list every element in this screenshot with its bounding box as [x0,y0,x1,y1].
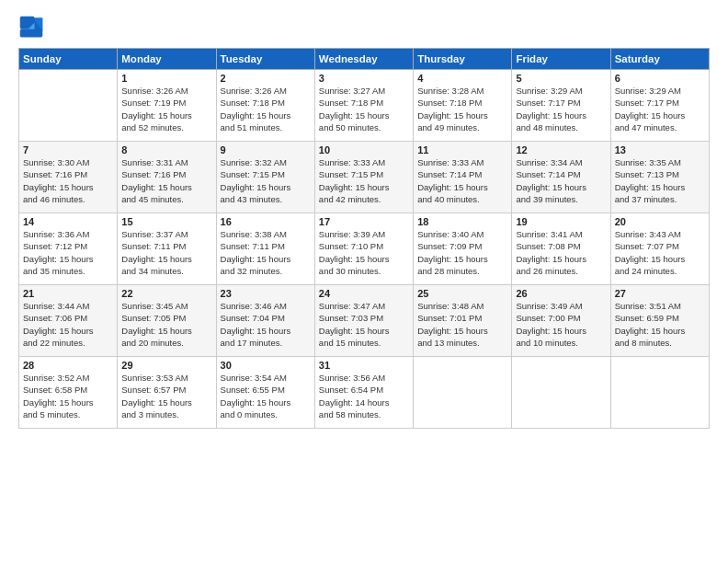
day-detail: Sunrise: 3:39 AM Sunset: 7:10 PM Dayligh… [319,228,409,277]
day-detail: Sunrise: 3:43 AM Sunset: 7:07 PM Dayligh… [615,228,705,277]
day-detail: Sunrise: 3:35 AM Sunset: 7:13 PM Dayligh… [615,156,705,205]
day-detail: Sunrise: 3:30 AM Sunset: 7:16 PM Dayligh… [23,156,113,205]
day-detail: Sunrise: 3:31 AM Sunset: 7:16 PM Dayligh… [121,156,211,205]
day-number: 25 [417,288,507,299]
day-detail: Sunrise: 3:29 AM Sunset: 7:17 PM Dayligh… [516,85,606,133]
day-detail: Sunrise: 3:47 AM Sunset: 7:03 PM Dayligh… [319,300,409,349]
day-detail: Sunrise: 3:33 AM Sunset: 7:15 PM Dayligh… [319,156,409,205]
day-cell: 12Sunrise: 3:34 AM Sunset: 7:14 PM Dayli… [512,142,610,213]
day-detail: Sunrise: 3:34 AM Sunset: 7:14 PM Dayligh… [516,156,606,205]
page: SundayMondayTuesdayWednesdayThursdayFrid… [0,0,728,563]
day-cell: 19Sunrise: 3:41 AM Sunset: 7:08 PM Dayli… [512,213,610,285]
day-number: 2 [221,73,311,84]
day-number: 15 [121,216,211,227]
day-cell: 10Sunrise: 3:33 AM Sunset: 7:15 PM Dayli… [314,142,413,213]
day-cell: 11Sunrise: 3:33 AM Sunset: 7:14 PM Dayli… [414,142,512,213]
day-cell: 25Sunrise: 3:48 AM Sunset: 7:01 PM Dayli… [414,285,512,357]
day-cell: 5Sunrise: 3:29 AM Sunset: 7:17 PM Daylig… [512,70,610,142]
day-number: 12 [516,144,606,155]
week-row-3: 14Sunrise: 3:36 AM Sunset: 7:12 PM Dayli… [19,213,710,285]
week-row-5: 28Sunrise: 3:52 AM Sunset: 6:58 PM Dayli… [19,357,710,429]
day-detail: Sunrise: 3:40 AM Sunset: 7:09 PM Dayligh… [417,228,507,277]
day-number: 29 [121,360,211,371]
day-cell: 3Sunrise: 3:27 AM Sunset: 7:18 PM Daylig… [314,70,413,142]
day-number: 1 [121,73,211,84]
day-cell: 6Sunrise: 3:29 AM Sunset: 7:17 PM Daylig… [610,70,709,142]
day-detail: Sunrise: 3:28 AM Sunset: 7:18 PM Dayligh… [417,85,507,133]
day-number: 27 [615,288,705,299]
day-cell: 29Sunrise: 3:53 AM Sunset: 6:57 PM Dayli… [118,357,216,429]
day-cell: 31Sunrise: 3:56 AM Sunset: 6:54 PM Dayli… [314,357,413,429]
day-detail: Sunrise: 3:53 AM Sunset: 6:57 PM Dayligh… [121,372,211,420]
day-cell: 2Sunrise: 3:26 AM Sunset: 7:18 PM Daylig… [216,70,314,142]
header [18,15,710,40]
day-cell: 21Sunrise: 3:44 AM Sunset: 7:06 PM Dayli… [19,285,118,357]
weekday-tuesday: Tuesday [216,49,314,70]
day-detail: Sunrise: 3:51 AM Sunset: 6:59 PM Dayligh… [615,300,705,349]
day-cell: 16Sunrise: 3:38 AM Sunset: 7:11 PM Dayli… [216,213,314,285]
day-number: 17 [319,216,409,227]
day-cell [610,357,709,429]
weekday-friday: Friday [512,49,610,70]
day-cell: 20Sunrise: 3:43 AM Sunset: 7:07 PM Dayli… [610,213,709,285]
weekday-saturday: Saturday [610,49,709,70]
day-detail: Sunrise: 3:37 AM Sunset: 7:11 PM Dayligh… [121,228,211,277]
day-cell: 23Sunrise: 3:46 AM Sunset: 7:04 PM Dayli… [216,285,314,357]
day-cell [512,357,610,429]
logo [18,15,48,40]
day-number: 31 [319,360,409,371]
weekday-monday: Monday [118,49,216,70]
day-cell [19,70,118,142]
day-number: 6 [615,73,705,84]
day-number: 8 [121,144,211,155]
day-cell: 26Sunrise: 3:49 AM Sunset: 7:00 PM Dayli… [512,285,610,357]
day-cell: 7Sunrise: 3:30 AM Sunset: 7:16 PM Daylig… [19,142,118,213]
day-number: 11 [417,144,507,155]
weekday-wednesday: Wednesday [314,49,413,70]
weekday-thursday: Thursday [414,49,512,70]
day-detail: Sunrise: 3:44 AM Sunset: 7:06 PM Dayligh… [23,300,113,349]
calendar: SundayMondayTuesdayWednesdayThursdayFrid… [18,48,710,429]
day-cell: 24Sunrise: 3:47 AM Sunset: 7:03 PM Dayli… [314,285,413,357]
logo-icon [18,15,44,40]
day-detail: Sunrise: 3:46 AM Sunset: 7:04 PM Dayligh… [221,300,311,349]
day-number: 20 [615,216,705,227]
day-number: 19 [516,216,606,227]
day-cell: 18Sunrise: 3:40 AM Sunset: 7:09 PM Dayli… [414,213,512,285]
week-row-4: 21Sunrise: 3:44 AM Sunset: 7:06 PM Dayli… [19,285,710,357]
day-number: 18 [417,216,507,227]
day-cell: 17Sunrise: 3:39 AM Sunset: 7:10 PM Dayli… [314,213,413,285]
day-detail: Sunrise: 3:27 AM Sunset: 7:18 PM Dayligh… [319,85,409,133]
day-number: 26 [516,288,606,299]
day-detail: Sunrise: 3:56 AM Sunset: 6:54 PM Dayligh… [319,372,409,420]
day-detail: Sunrise: 3:49 AM Sunset: 7:00 PM Dayligh… [516,300,606,349]
day-cell: 14Sunrise: 3:36 AM Sunset: 7:12 PM Dayli… [19,213,118,285]
day-detail: Sunrise: 3:29 AM Sunset: 7:17 PM Dayligh… [615,85,705,133]
day-number: 30 [221,360,311,371]
day-detail: Sunrise: 3:41 AM Sunset: 7:08 PM Dayligh… [516,228,606,277]
day-detail: Sunrise: 3:26 AM Sunset: 7:18 PM Dayligh… [221,85,311,133]
day-number: 4 [417,73,507,84]
day-number: 23 [221,288,311,299]
day-cell: 15Sunrise: 3:37 AM Sunset: 7:11 PM Dayli… [118,213,216,285]
week-row-2: 7Sunrise: 3:30 AM Sunset: 7:16 PM Daylig… [19,142,710,213]
svg-rect-5 [20,29,43,38]
day-number: 7 [23,144,113,155]
day-detail: Sunrise: 3:48 AM Sunset: 7:01 PM Dayligh… [417,300,507,349]
day-cell: 28Sunrise: 3:52 AM Sunset: 6:58 PM Dayli… [19,357,118,429]
weekday-header-row: SundayMondayTuesdayWednesdayThursdayFrid… [19,49,710,70]
day-detail: Sunrise: 3:52 AM Sunset: 6:58 PM Dayligh… [23,372,113,420]
day-number: 16 [221,216,311,227]
day-number: 21 [23,288,113,299]
day-detail: Sunrise: 3:33 AM Sunset: 7:14 PM Dayligh… [417,156,507,205]
day-detail: Sunrise: 3:32 AM Sunset: 7:15 PM Dayligh… [221,156,311,205]
day-cell: 27Sunrise: 3:51 AM Sunset: 6:59 PM Dayli… [610,285,709,357]
day-number: 5 [516,73,606,84]
day-detail: Sunrise: 3:36 AM Sunset: 7:12 PM Dayligh… [23,228,113,277]
day-cell: 22Sunrise: 3:45 AM Sunset: 7:05 PM Dayli… [118,285,216,357]
day-detail: Sunrise: 3:54 AM Sunset: 6:55 PM Dayligh… [221,372,311,420]
day-cell: 13Sunrise: 3:35 AM Sunset: 7:13 PM Dayli… [610,142,709,213]
day-number: 13 [615,144,705,155]
day-number: 24 [319,288,409,299]
weekday-sunday: Sunday [19,49,118,70]
